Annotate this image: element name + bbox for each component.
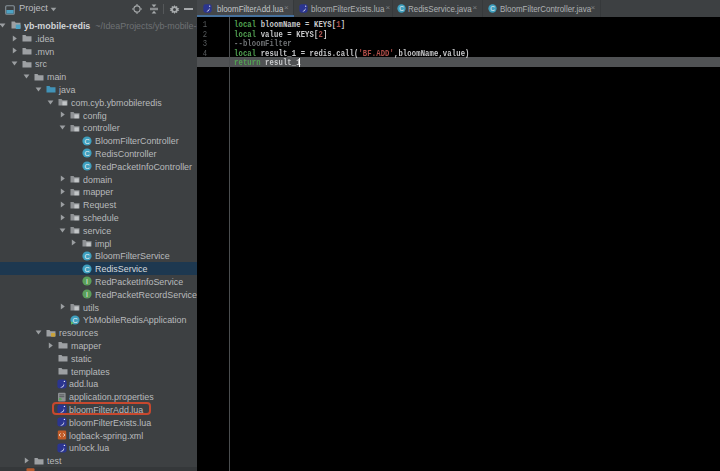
- svg-text:C: C: [84, 136, 89, 145]
- svg-text:C: C: [84, 251, 89, 260]
- svg-text:I: I: [86, 278, 88, 285]
- svg-text:C: C: [84, 162, 89, 171]
- svg-text:C: C: [84, 264, 89, 273]
- svg-text:C: C: [84, 149, 89, 158]
- svg-text:C: C: [399, 4, 404, 11]
- svg-text:C: C: [490, 4, 495, 11]
- svg-text:I: I: [86, 291, 88, 298]
